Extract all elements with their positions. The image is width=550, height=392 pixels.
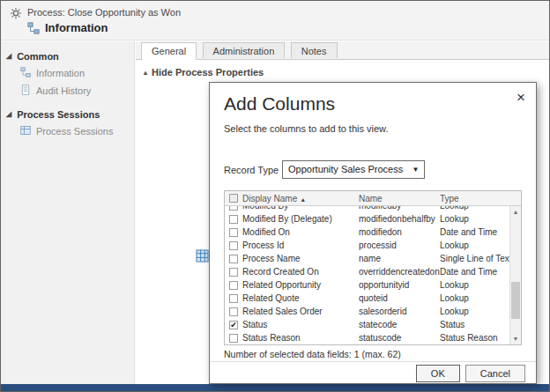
row-checkbox[interactable] [229,294,238,303]
sidebar-section-process-sessions[interactable]: ◢ Process Sessions [1,107,134,122]
cell-name: modifiedonbehalfby [359,214,440,224]
footer-bar [1,384,549,391]
row-checkbox[interactable] [229,255,238,263]
sidebar-item-audit-history[interactable]: Audit History [1,82,134,100]
sidebar: ◢ Common Information Audit History [1,41,135,384]
row-checkbox[interactable] [229,268,238,277]
header-display-name[interactable]: Display Name▲ [242,194,359,203]
ok-button[interactable]: OK [416,365,460,382]
process-gear-icon [10,7,22,23]
cell-type: Lookup [440,280,509,290]
sort-ascending-icon: ▲ [300,196,306,203]
table-row[interactable]: Modified By (Delegate) modifiedonbehalfb… [225,212,509,226]
page-title: Information [45,21,108,34]
table-scrollbar[interactable]: ▲ ▼ [509,206,521,344]
table-row[interactable]: Related Opportunity opportunityid Lookup [225,278,509,292]
table-row[interactable]: Process Id processid Lookup [225,239,509,252]
record-type-label: Record Type [224,165,279,175]
scrollbar-thumb[interactable] [511,282,520,319]
cell-display-name: Status Reason [242,333,359,343]
sidebar-item-label: Process Sessions [36,126,113,137]
sidebar-item-process-sessions[interactable]: Process Sessions [1,122,134,140]
information-icon [20,67,31,79]
selected-fields-summary: Number of selected data fields: 1 (max. … [224,349,401,359]
cell-display-name: Modified By (Delegate) [242,214,359,224]
table-row[interactable]: Record Created On overriddencreatedon Da… [225,265,509,278]
cell-type: Date and Time [440,227,509,237]
scroll-up-icon[interactable]: ▲ [510,206,521,218]
table-row[interactable]: Related Quote quoteid Lookup [225,292,509,305]
row-checkbox[interactable] [229,241,238,250]
cell-name: modifiedon [359,227,440,237]
button-divider [210,361,536,362]
cell-display-name: Process Id [242,240,359,250]
cell-name: overriddencreatedon [359,267,440,277]
collapse-icon: ▴ [144,69,147,77]
cell-type: Status Reason [440,333,509,343]
cell-type: Lookup [440,240,509,250]
window-header: Process: Close Opportunity as Won Inform… [1,1,549,41]
close-icon[interactable]: × [517,90,525,105]
dialog-title: Add Columns [224,93,335,115]
table-row[interactable]: Related Sales Order salesorderid Lookup [225,305,509,318]
sidebar-item-information[interactable]: Information [1,64,134,82]
sidebar-section-common[interactable]: ◢ Common [1,48,134,64]
chevron-down-icon: ▼ [408,161,423,178]
table-row[interactable]: Process Name name Single Line of Text [225,252,509,265]
cell-display-name: Related Opportunity [242,280,359,290]
sidebar-section-label: Common [17,51,59,62]
cell-name: quoteid [359,293,440,303]
dialog-subtitle: Select the columns to add to this view. [224,123,389,134]
background-grid-icon [196,249,209,266]
add-columns-dialog: Add Columns × Select the columns to add … [209,82,537,384]
record-type-dropdown[interactable]: Opportunity Sales Process ▼ [282,160,425,179]
table-row[interactable]: Modified By modifiedby Lookup [225,206,509,212]
tab-strip: General Administration Notes [136,41,549,60]
cell-type: Lookup [440,307,509,316]
cell-display-name: Related Sales Order [242,307,359,316]
tab-general[interactable]: General [141,42,197,60]
tab-notes[interactable]: Notes [291,42,338,58]
cell-display-name: Status [242,320,359,329]
table-row[interactable]: Modified On modifiedon Date and Time [225,226,509,239]
tab-administration[interactable]: Administration [203,42,286,58]
cell-display-name: Process Name [242,254,359,263]
cell-type: Date and Time [440,267,509,277]
cell-type: Lookup [440,214,509,224]
row-checkbox[interactable] [229,307,238,316]
table-row[interactable]: ✔ Status statecode Status [225,318,509,331]
cell-type: Single Line of Text [440,254,509,263]
scroll-down-icon[interactable]: ▼ [510,333,521,344]
cancel-button[interactable]: Cancel [465,365,525,382]
row-checkbox[interactable] [229,228,238,237]
columns-table: Display Name▲ Name Type Modified By modi… [224,190,522,345]
sidebar-section-label: Process Sessions [17,109,100,120]
row-checkbox[interactable] [229,215,238,224]
cell-name: processid [359,240,440,250]
row-checkbox[interactable] [229,281,238,290]
header-type[interactable]: Type [440,194,521,203]
app-window: Process: Close Opportunity as Won Inform… [0,0,550,392]
sidebar-item-label: Information [36,68,85,78]
cell-name: statuscode [359,333,440,343]
sidebar-item-label: Audit History [36,85,91,96]
hide-process-properties-toggle[interactable]: ▴ Hide Process Properties [144,67,264,78]
header-name[interactable]: Name [359,194,440,203]
columns-table-body: Modified By modifiedby Lookup Modified B… [225,206,509,344]
table-row[interactable]: Status Reason statuscode Status Reason [225,331,509,344]
audit-history-icon [20,85,31,97]
row-checkbox[interactable]: ✔ [229,321,238,329]
row-checkbox[interactable] [229,334,238,343]
row-checkbox[interactable] [229,206,238,211]
information-entity-icon [27,22,40,38]
header-checkbox[interactable] [229,194,238,203]
process-sessions-icon [20,125,31,137]
cell-name: name [359,254,440,263]
cell-display-name: Modified On [242,227,359,237]
cell-display-name: Related Quote [242,293,359,303]
cell-type: Lookup [440,293,509,303]
cell-name: modifiedby [359,206,440,211]
tree-expanded-icon: ◢ [6,111,11,118]
cell-name: salesorderid [359,307,440,316]
cell-display-name: Record Created On [242,267,359,277]
